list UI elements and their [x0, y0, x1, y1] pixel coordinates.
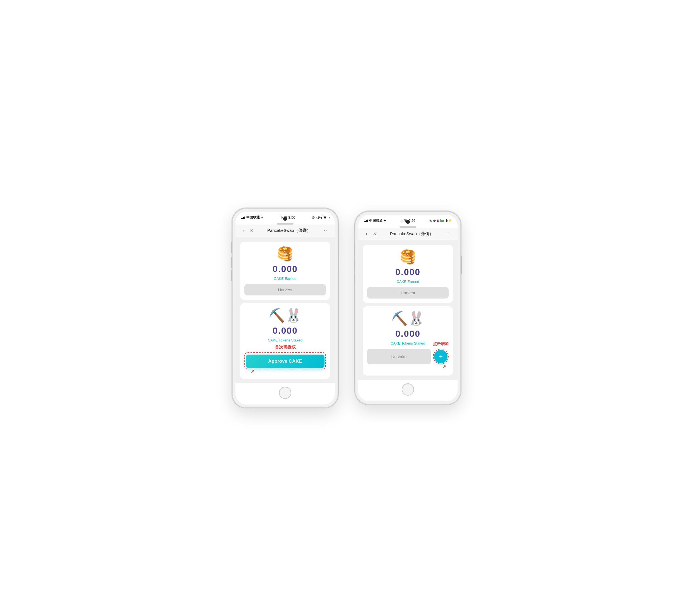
nav-title-right: PancakeSwap（薄饼）	[378, 231, 445, 237]
signal-bar-2	[242, 218, 243, 219]
signal-bar-r1	[364, 221, 364, 222]
card-earned-right: 🥞 0.000 CAKE Earned Harvest	[363, 245, 453, 303]
phone-left-screen: 中国联通 ✦ 下午 3:50 ◎ 42%	[235, 212, 335, 404]
back-button-right[interactable]: ‹	[363, 230, 371, 238]
battery-right	[440, 219, 447, 222]
staked-value-right: 0.000	[395, 329, 420, 339]
plus-btn-dashed-wrap: +	[433, 349, 449, 364]
pancake-emoji-left: 🥞	[277, 247, 294, 261]
notch-left	[235, 222, 335, 224]
earned-value-left: 0.000	[273, 264, 298, 274]
signal-bar-r3	[366, 220, 367, 222]
pancake-emoji-right: 🥞	[399, 250, 416, 264]
signal-icon	[241, 216, 245, 219]
back-button-left[interactable]: ‹	[240, 227, 248, 235]
camera-left	[284, 217, 286, 220]
status-bar-left: 中国联通 ✦ 下午 3:50 ◎ 42%	[235, 212, 335, 222]
staked-label-left: CAKE Tokens Staked	[268, 338, 302, 342]
notch-right	[358, 225, 458, 228]
more-button-left[interactable]: ···	[322, 228, 330, 234]
signal-bar-3	[243, 217, 244, 219]
status-right-right: ◎ 64% ⚡	[429, 219, 452, 223]
card-earned-left: 🥞 0.000 CAKE Earned Harvest	[240, 242, 330, 300]
speaker-left	[277, 223, 294, 224]
nav-bar-right: ‹ ✕ PancakeSwap（薄饼） ···	[358, 228, 458, 240]
arrow-squiggle-left: ↗	[251, 369, 254, 374]
close-button-right[interactable]: ✕	[371, 230, 378, 238]
nav-title-left: PancakeSwap（薄饼）	[256, 228, 322, 233]
status-right-left: ◎ 42%	[312, 216, 329, 219]
phone-bottom-left	[235, 383, 335, 404]
phone-bottom-right	[358, 380, 458, 401]
speaker-right	[399, 226, 416, 228]
plus-button[interactable]: +	[434, 350, 448, 363]
app-content-left: 🥞 0.000 CAKE Earned Harvest ⛏️🐰 0.000 CA…	[235, 237, 335, 383]
staked-emoji-right: ⛏️🐰	[391, 312, 424, 325]
earned-label-right: CAKE Earned	[397, 280, 419, 284]
home-button-left[interactable]	[279, 387, 291, 399]
home-button-right[interactable]	[402, 383, 414, 396]
signal-icon-right	[364, 219, 368, 222]
annotation-plus-label: 点击增加	[433, 341, 449, 346]
battery-fill-left	[324, 217, 325, 218]
phone-right-screen: 中国联通 ✦ 上午 9:26 ◎ 64% ⚡	[358, 215, 458, 401]
card-staked-left: ⛏️🐰 0.000 CAKE Tokens Staked 首次需授权 Appro…	[240, 303, 330, 379]
phone-left: 中国联通 ✦ 下午 3:50 ◎ 42%	[232, 208, 338, 408]
battery-body-left	[323, 216, 329, 219]
battery-percent-left: 42%	[316, 216, 322, 219]
earned-label-left: CAKE Earned	[274, 277, 297, 281]
signal-bar-1	[241, 218, 242, 219]
more-button-right[interactable]: ···	[445, 231, 453, 237]
signal-bar-r2	[365, 221, 366, 222]
harvest-button-left[interactable]: Harvest	[244, 284, 326, 295]
harvest-button-right[interactable]: Harvest	[367, 287, 449, 299]
approve-cake-button[interactable]: Approve CAKE	[246, 355, 324, 368]
status-bar-right: 中国联通 ✦ 上午 9:26 ◎ 64% ⚡	[358, 215, 458, 225]
main-container: 中国联通 ✦ 下午 3:50 ◎ 42%	[232, 208, 461, 408]
battery-left	[323, 216, 329, 219]
staked-label-right: CAKE Tokens Staked	[391, 341, 425, 345]
signal-bar-r4	[367, 220, 368, 222]
location-icon-left: ◎	[312, 216, 315, 219]
unstake-button[interactable]: Unstake	[367, 349, 431, 364]
camera-right	[407, 220, 409, 223]
status-left-info: 中国联通 ✦	[241, 215, 263, 220]
close-button-left[interactable]: ✕	[248, 227, 256, 235]
signal-bar-4	[244, 217, 245, 219]
charging-icon: ⚡	[448, 219, 452, 223]
arrow-squiggle-right: ↗	[442, 364, 446, 370]
action-row-wrap: 点击增加 Unstake + ↗	[367, 347, 449, 364]
staked-value-left: 0.000	[273, 325, 298, 336]
carrier-left: 中国联通 ✦	[246, 215, 263, 220]
phone-right: 中国联通 ✦ 上午 9:26 ◎ 64% ⚡	[355, 212, 461, 404]
card-staked-right: ⛏️🐰 0.000 CAKE Tokens Staked 点击增加 Unstak…	[363, 306, 453, 376]
staked-emoji-left: ⛏️🐰	[269, 309, 302, 322]
app-content-right: 🥞 0.000 CAKE Earned Harvest ⛏️🐰 0.000 CA…	[358, 240, 458, 380]
time-left: 下午 3:50	[280, 215, 295, 220]
battery-percent-right: 64%	[433, 219, 439, 222]
action-row-right: Unstake +	[367, 349, 449, 364]
earned-value-right: 0.000	[395, 267, 420, 277]
approve-btn-wrap: Approve CAKE ↗	[244, 352, 326, 370]
battery-fill-right	[441, 220, 444, 222]
annotation-first-auth: 首次需授权	[244, 344, 326, 350]
annotation-text-left: 首次需授权	[275, 344, 296, 349]
location-icon-right: ◎	[429, 219, 432, 223]
status-left-info-right: 中国联通 ✦	[364, 218, 386, 223]
nav-bar-left: ‹ ✕ PancakeSwap（薄饼） ···	[235, 224, 335, 237]
carrier-right: 中国联通 ✦	[369, 218, 386, 223]
battery-body-right	[440, 219, 447, 222]
